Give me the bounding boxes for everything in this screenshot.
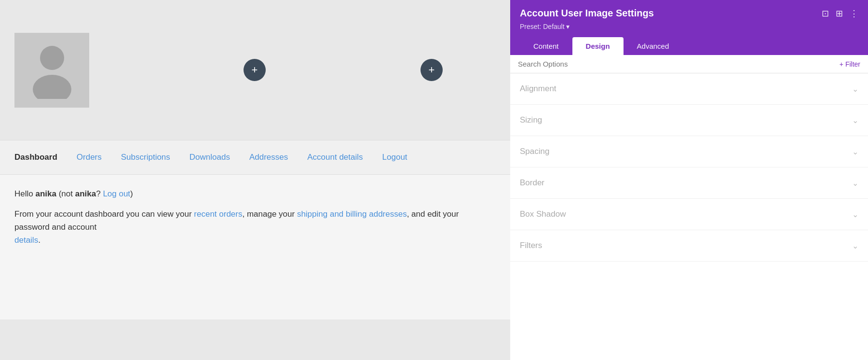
top-area: + +: [0, 0, 510, 140]
search-area: + Filter: [510, 55, 868, 73]
chevron-down-icon-border: ⌄: [852, 179, 858, 188]
tab-content[interactable]: Content: [520, 37, 572, 55]
description-mid: , manage your: [242, 209, 297, 219]
options-list: Alignment ⌄ Sizing ⌄ Spacing ⌄ Border ⌄ …: [510, 73, 868, 360]
nav-tab-downloads[interactable]: Downloads: [190, 149, 230, 166]
svg-point-1: [33, 75, 71, 99]
nav-tabs: Dashboard Orders Subscriptions Downloads…: [14, 149, 407, 166]
tab-advanced[interactable]: Advanced: [624, 37, 683, 55]
avatar-placeholder: [14, 33, 89, 108]
option-alignment[interactable]: Alignment ⌄: [510, 73, 868, 105]
description-paragraph: From your account dashboard you can view…: [14, 208, 496, 247]
hello-close: ): [130, 189, 133, 198]
option-filters[interactable]: Filters ⌄: [510, 230, 868, 262]
dashboard-content: Hello anika (not anika? Log out) From yo…: [0, 175, 510, 319]
tab-design[interactable]: Design: [572, 37, 624, 55]
screenshot-icon[interactable]: ⊡: [822, 8, 829, 19]
panel-title-row: Account User Image Settings ⊡ ⊞ ⋮: [520, 8, 858, 19]
main-content: + + Dashboard Orders Subscriptions Downl…: [0, 0, 510, 360]
option-spacing-label: Spacing: [520, 147, 549, 156]
chevron-down-icon-spacing: ⌄: [852, 147, 858, 156]
hello-paragraph: Hello anika (not anika? Log out): [14, 189, 496, 199]
option-sizing[interactable]: Sizing ⌄: [510, 105, 868, 136]
right-panel: Account User Image Settings ⊡ ⊞ ⋮ Preset…: [510, 0, 868, 360]
chevron-down-icon-sizing: ⌄: [852, 116, 858, 125]
nav-tab-addresses[interactable]: Addresses: [249, 149, 288, 166]
nav-area: Dashboard Orders Subscriptions Downloads…: [0, 140, 510, 175]
nav-tab-subscriptions[interactable]: Subscriptions: [121, 149, 170, 166]
filter-button[interactable]: + Filter: [840, 60, 860, 68]
hello-name2: anika: [75, 189, 96, 198]
logout-link[interactable]: Log out: [103, 189, 130, 198]
chevron-down-icon-box-shadow: ⌄: [852, 210, 858, 219]
search-input[interactable]: [518, 60, 840, 68]
panel-header: Account User Image Settings ⊡ ⊞ ⋮ Preset…: [510, 0, 868, 55]
billing-link[interactable]: shipping and billing addresses: [297, 209, 407, 219]
panel-preset[interactable]: Preset: Default: [520, 23, 858, 30]
add-button-2[interactable]: +: [420, 59, 443, 81]
option-box-shadow-label: Box Shadow: [520, 209, 566, 219]
nav-tab-account-details[interactable]: Account details: [307, 149, 363, 166]
option-box-shadow[interactable]: Box Shadow ⌄: [510, 199, 868, 230]
avatar-icon: [28, 41, 76, 99]
panel-tabs: Content Design Advanced: [520, 37, 858, 55]
nav-tab-dashboard[interactable]: Dashboard: [14, 149, 57, 166]
details-period: .: [38, 235, 41, 245]
recent-orders-link[interactable]: recent orders: [194, 209, 242, 219]
option-border-label: Border: [520, 178, 544, 188]
add-button-1[interactable]: +: [244, 59, 266, 81]
panel-title-icons: ⊡ ⊞ ⋮: [822, 8, 858, 19]
nav-tab-orders[interactable]: Orders: [77, 149, 102, 166]
option-border[interactable]: Border ⌄: [510, 167, 868, 199]
hello-mid: (not: [56, 189, 75, 198]
details-link[interactable]: details: [14, 235, 38, 245]
more-options-icon[interactable]: ⋮: [850, 8, 858, 19]
option-alignment-label: Alignment: [520, 84, 556, 94]
panel-title: Account User Image Settings: [520, 8, 654, 19]
grid-icon[interactable]: ⊞: [836, 8, 843, 19]
description-pre: From your account dashboard you can view…: [14, 209, 194, 219]
hello-post: ?: [96, 189, 103, 198]
chevron-down-icon-alignment: ⌄: [852, 84, 858, 94]
nav-tab-logout[interactable]: Logout: [382, 149, 407, 166]
hello-pre: Hello: [14, 189, 35, 198]
option-filters-label: Filters: [520, 241, 542, 250]
option-sizing-label: Sizing: [520, 115, 542, 125]
hello-name1: anika: [35, 189, 56, 198]
option-spacing[interactable]: Spacing ⌄: [510, 136, 868, 167]
svg-point-0: [40, 46, 64, 70]
chevron-down-icon-filters: ⌄: [852, 241, 858, 250]
